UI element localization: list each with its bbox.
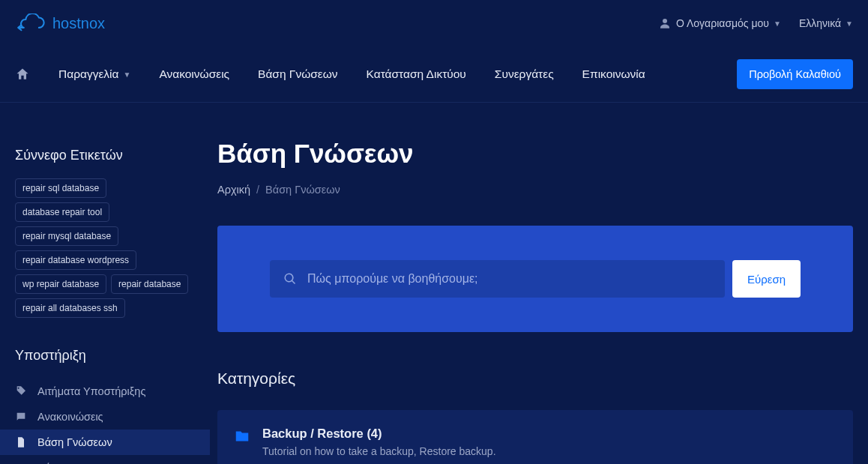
support-item-kb[interactable]: Βάση Γνώσεων: [0, 430, 210, 455]
nav-home[interactable]: [15, 67, 30, 82]
breadcrumb-home[interactable]: Αρχική: [217, 184, 250, 196]
tag-icon: [15, 385, 27, 397]
tag-item[interactable]: repair all databases ssh: [15, 298, 125, 318]
nav-bar: Παραγγελία ▼ Ανακοινώσεις Βάση Γνώσεων Κ…: [0, 46, 868, 103]
tag-item[interactable]: repair database: [111, 274, 188, 294]
categories-heading: Κατηγορίες: [217, 370, 853, 388]
nav-partners[interactable]: Συνεργάτες: [495, 67, 554, 81]
search-input[interactable]: [307, 272, 711, 286]
page-body: Σύννεφο Ετικετών repair sql database dat…: [0, 103, 868, 464]
chat-icon: [15, 411, 27, 423]
search-panel: Εύρεση: [217, 226, 853, 332]
home-icon: [15, 67, 30, 82]
logo[interactable]: hostnox: [15, 13, 105, 33]
search-icon: [283, 272, 297, 286]
logo-text: hostnox: [52, 15, 105, 32]
nav-announcements[interactable]: Ανακοινώσεις: [159, 67, 229, 81]
support-item-tickets[interactable]: Αιτήματα Υποστήριξης: [0, 379, 210, 404]
tag-item[interactable]: repair mysql database: [15, 226, 118, 246]
search-button[interactable]: Εύρεση: [732, 260, 801, 298]
support-item-downloads[interactable]: Λήψεις: [0, 455, 210, 464]
nav-contact[interactable]: Επικοινωνία: [582, 67, 645, 81]
folder-icon: [234, 428, 250, 445]
category-description: Tutorial on how to take a backup, Restor…: [262, 445, 496, 457]
tag-cloud-heading: Σύννεφο Ετικετών: [15, 148, 202, 163]
chevron-down-icon: ▼: [846, 19, 853, 28]
chevron-down-icon: ▼: [774, 19, 781, 28]
support-item-announcements[interactable]: Ανακοινώσεις: [0, 404, 210, 430]
account-label: Ο Λογαριασμός μου: [676, 17, 769, 29]
support-heading: Υποστήριξη: [15, 348, 202, 364]
nav-items: Παραγγελία ▼ Ανακοινώσεις Βάση Γνώσεων Κ…: [15, 67, 645, 82]
user-icon: [658, 16, 672, 30]
category-card[interactable]: Backup / Restore (4) Tutorial on how to …: [217, 410, 853, 464]
tag-item[interactable]: repair sql database: [15, 178, 106, 198]
sidebar: Σύννεφο Ετικετών repair sql database dat…: [15, 103, 217, 464]
nav-kb[interactable]: Βάση Γνώσεων: [258, 67, 338, 81]
view-cart-button[interactable]: Προβολή Καλαθιού: [737, 59, 853, 89]
tag-item[interactable]: wp repair database: [15, 274, 106, 294]
chevron-down-icon: ▼: [124, 70, 131, 79]
category-body: Backup / Restore (4) Tutorial on how to …: [262, 427, 496, 457]
main-content: Βάση Γνώσεων Αρχική / Βάση Γνώσεων Εύρεσ…: [217, 103, 853, 464]
breadcrumb-current: Βάση Γνώσεων: [265, 184, 340, 196]
breadcrumb: Αρχική / Βάση Γνώσεων: [217, 184, 853, 196]
nav-order[interactable]: Παραγγελία ▼: [58, 67, 130, 81]
language-label: Ελληνικά: [799, 17, 841, 29]
support-list: Αιτήματα Υποστήριξης Ανακοινώσεις Βάση Γ…: [0, 379, 210, 464]
tag-item[interactable]: database repair tool: [15, 202, 109, 222]
account-menu[interactable]: Ο Λογαριασμός μου ▼: [658, 16, 781, 30]
top-bar: hostnox Ο Λογαριασμός μου ▼ Ελληνικά ▼: [0, 0, 868, 46]
tag-cloud: repair sql database database repair tool…: [15, 178, 202, 318]
cloud-logo-icon: [15, 13, 46, 33]
file-icon: [15, 436, 27, 448]
nav-network-status[interactable]: Κατάσταση Δικτύου: [367, 67, 466, 81]
svg-point-0: [663, 19, 667, 23]
top-right: Ο Λογαριασμός μου ▼ Ελληνικά ▼: [658, 16, 853, 30]
category-title: Backup / Restore (4): [262, 427, 496, 441]
search-input-wrap: [270, 260, 725, 298]
page-title: Βάση Γνώσεων: [217, 139, 853, 169]
language-menu[interactable]: Ελληνικά ▼: [799, 17, 853, 29]
tag-item[interactable]: repair database wordpress: [15, 250, 136, 270]
breadcrumb-separator: /: [256, 184, 259, 196]
